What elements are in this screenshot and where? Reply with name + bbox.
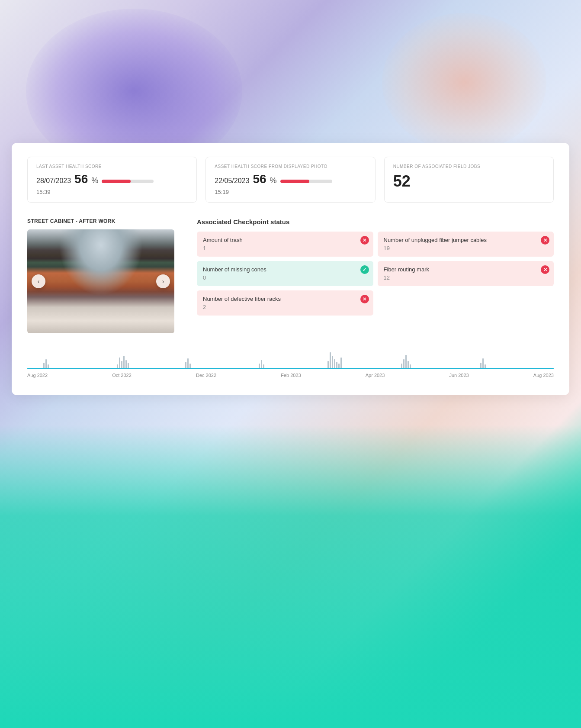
timeline-section: Aug 2022 Oct 2022 Dec 2022 Feb 2023 Apr … bbox=[27, 351, 554, 378]
bar-item bbox=[408, 361, 409, 368]
timeline-labels: Aug 2022 Oct 2022 Dec 2022 Feb 2023 Apr … bbox=[27, 373, 554, 378]
bg-blob-teal bbox=[0, 425, 581, 728]
field-jobs-card: NUMBER OF ASSOCIATED FIELD JOBS 52 bbox=[384, 157, 554, 203]
metrics-row: LAST ASSET HEALTH SCORE 28/07/2023 56 % … bbox=[27, 157, 554, 203]
photo-health-score: 56 bbox=[253, 172, 266, 186]
timeline-label-jun2023: Jun 2023 bbox=[449, 373, 469, 378]
checkpoint-item-jumper-value: 19 bbox=[384, 245, 548, 251]
cabinet-image bbox=[27, 229, 174, 333]
bar-item bbox=[332, 356, 333, 368]
image-section-title: STREET CABINET - AFTER WORK bbox=[27, 218, 183, 224]
checkpoint-item-routing: Fiber routing mark 12 ✕ bbox=[378, 261, 554, 286]
last-health-card: LAST ASSET HEALTH SCORE 28/07/2023 56 % … bbox=[27, 157, 197, 203]
bar-item bbox=[189, 364, 191, 368]
bar-item bbox=[336, 362, 337, 368]
bar-item bbox=[43, 363, 45, 368]
image-carousel: ‹ › bbox=[27, 229, 174, 333]
checkpoint-item-routing-name: Fiber routing mark bbox=[384, 266, 548, 273]
last-health-progress bbox=[102, 180, 154, 183]
checkpoint-cones-ok-icon: ✓ bbox=[360, 265, 369, 274]
photo-health-progress bbox=[280, 180, 332, 183]
checkpoint-trash-error-icon: ✕ bbox=[360, 236, 369, 245]
bg-blob-pink bbox=[382, 13, 546, 151]
last-health-fill bbox=[102, 180, 131, 183]
bar-item bbox=[261, 360, 262, 368]
photo-health-pct: % bbox=[270, 176, 277, 185]
timeline-label-apr2023: Apr 2023 bbox=[366, 373, 385, 378]
bar-item bbox=[128, 363, 129, 368]
last-health-score: 56 bbox=[74, 172, 88, 186]
field-jobs-value: 52 bbox=[393, 172, 411, 190]
last-health-value-row: 28/07/2023 56 % bbox=[36, 172, 188, 186]
bar-item bbox=[259, 364, 260, 368]
bar-group-dec2022 bbox=[185, 358, 191, 368]
checkpoint-item-jumper: Number of unplugged fiber jumper cables … bbox=[378, 232, 554, 257]
checkpoint-item-racks-value: 2 bbox=[203, 304, 367, 310]
bar-item bbox=[123, 356, 125, 368]
bar-item bbox=[405, 355, 407, 368]
photo-health-fill bbox=[280, 180, 309, 183]
bar-item bbox=[401, 364, 402, 368]
checkpoint-item-racks-name: Number of defective fiber racks bbox=[203, 296, 367, 302]
checkpoint-item-cones-name: Number of missing cones bbox=[203, 266, 367, 273]
checkpoint-routing-error-icon: ✕ bbox=[541, 265, 549, 274]
timeline-bar bbox=[27, 368, 554, 369]
main-card: LAST ASSET HEALTH SCORE 28/07/2023 56 % … bbox=[12, 143, 569, 395]
content-section: STREET CABINET - AFTER WORK ‹ › Associat… bbox=[27, 218, 554, 333]
checkpoint-item-cones-value: 0 bbox=[203, 274, 367, 281]
checkpoint-item-trash-name: Amount of trash bbox=[203, 237, 367, 243]
bar-item bbox=[117, 364, 118, 368]
photo-health-date: 22/05/2023 bbox=[215, 177, 249, 185]
bar-item bbox=[263, 364, 264, 368]
timeline-label-dec2022: Dec 2022 bbox=[196, 373, 216, 378]
bar-item bbox=[125, 360, 127, 368]
carousel-next-button[interactable]: › bbox=[156, 274, 170, 288]
photo-health-card: ASSET HEALTH SCORE FROM DISPLAYED PHOTO … bbox=[205, 157, 375, 203]
bar-item bbox=[334, 359, 335, 368]
last-health-pct: % bbox=[91, 176, 98, 185]
bar-item bbox=[403, 359, 404, 368]
checkpoint-racks-error-icon: ✕ bbox=[360, 295, 369, 303]
carousel-prev-button[interactable]: ‹ bbox=[32, 274, 45, 288]
bar-group-apr2023 bbox=[327, 352, 342, 368]
bar-item bbox=[330, 352, 331, 368]
bar-item bbox=[338, 364, 340, 368]
timeline-chart bbox=[27, 351, 554, 368]
checkpoint-item-racks: Number of defective fiber racks 2 ✕ bbox=[197, 290, 373, 316]
checkpoint-item-jumper-name: Number of unplugged fiber jumper cables bbox=[384, 237, 548, 243]
timeline-label-aug2023: Aug 2023 bbox=[533, 373, 554, 378]
bar-item bbox=[327, 361, 329, 368]
bar-group-feb2023 bbox=[259, 360, 264, 368]
timeline-wrapper: Aug 2022 Oct 2022 Dec 2022 Feb 2023 Apr … bbox=[27, 351, 554, 378]
timeline-label-aug2022: Aug 2022 bbox=[27, 373, 48, 378]
checkpoint-item-routing-value: 12 bbox=[384, 274, 548, 281]
checkpoint-section: Associated Checkpoint status Amount of t… bbox=[197, 218, 554, 333]
photo-health-time: 15:19 bbox=[215, 189, 366, 195]
photo-health-label: ASSET HEALTH SCORE FROM DISPLAYED PHOTO bbox=[215, 164, 366, 169]
bar-group-jun2023 bbox=[401, 355, 411, 368]
bar-item bbox=[48, 364, 49, 368]
bar-item bbox=[121, 361, 122, 368]
photo-health-value-row: 22/05/2023 56 % bbox=[215, 172, 366, 186]
last-health-label: LAST ASSET HEALTH SCORE bbox=[36, 164, 188, 169]
checkpoint-item-cones: Number of missing cones 0 ✓ bbox=[197, 261, 373, 286]
bar-item bbox=[485, 364, 486, 368]
checkpoint-grid: Amount of trash 1 ✕ Number of unplugged … bbox=[197, 232, 554, 316]
bar-item bbox=[340, 358, 342, 368]
bar-item bbox=[482, 358, 484, 368]
image-section: STREET CABINET - AFTER WORK ‹ › bbox=[27, 218, 183, 333]
field-jobs-value-row: 52 bbox=[393, 172, 545, 190]
bar-item bbox=[119, 358, 120, 368]
last-health-date: 28/07/2023 bbox=[36, 177, 71, 185]
bar-group-aug2023 bbox=[480, 358, 486, 368]
bar-group-aug2022 bbox=[43, 359, 49, 368]
field-jobs-label: NUMBER OF ASSOCIATED FIELD JOBS bbox=[393, 164, 545, 169]
bar-item bbox=[187, 358, 189, 368]
bar-item bbox=[410, 364, 411, 368]
checkpoint-title: Associated Checkpoint status bbox=[197, 218, 554, 225]
timeline-label-feb2023: Feb 2023 bbox=[281, 373, 301, 378]
checkpoint-item-trash-value: 1 bbox=[203, 245, 367, 251]
bar-item bbox=[45, 359, 47, 368]
last-health-time: 15:39 bbox=[36, 189, 188, 195]
checkpoint-jumper-error-icon: ✕ bbox=[541, 236, 549, 245]
